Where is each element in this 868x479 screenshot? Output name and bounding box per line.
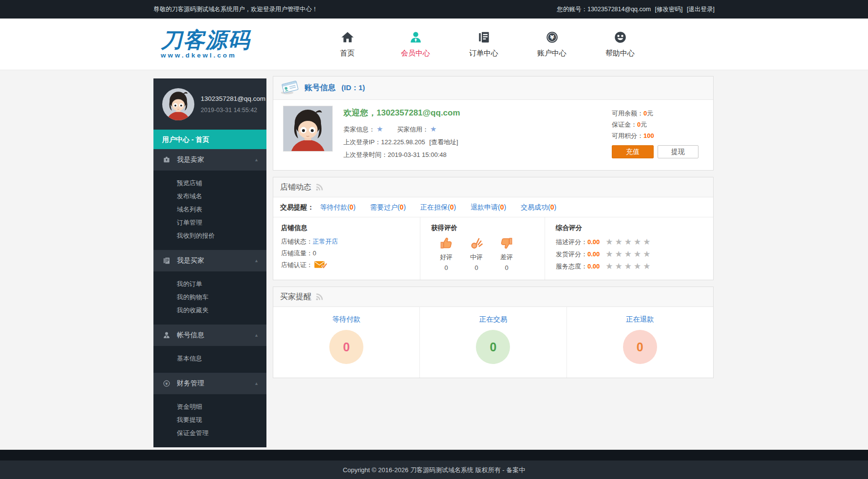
buyer-col-waiting-payment: 等待付款 0 <box>273 307 420 378</box>
buyer-col-refunding: 正在退款 0 <box>567 307 713 378</box>
logo[interactable]: 刀客源码 www.dkewl.com <box>161 29 250 59</box>
star-rating <box>605 260 652 272</box>
order-list-icon <box>450 31 518 45</box>
last-login-ip-row: 上次登录IP：122.225.98.205 [查看地址] <box>343 136 460 149</box>
rating-bad: 差评 0 <box>491 236 522 271</box>
rating-good: 好评 0 <box>431 236 461 271</box>
user-avatar <box>283 106 333 152</box>
deposit-row: 保证金：0元 <box>612 119 698 130</box>
footer-copyright: Copyright © 2016-2026 刀客源码测试域名系统 版权所有 - … <box>343 466 525 475</box>
sidebar-item-preview-shop[interactable]: 预览店铺 <box>153 176 266 190</box>
shop-status-row: 店铺状态： 正常开店 <box>281 236 420 248</box>
thumb-up-icon <box>439 245 453 252</box>
shop-activity-panel: 店铺动态 交易提醒： 等待付款0 需要过户0 正在担保0 退款申请0 交易成功0… <box>273 177 714 280</box>
sidebar-item-basic-info[interactable]: 基本信息 <box>153 352 266 365</box>
sidebar-active-item[interactable]: 用户中心 - 首页 <box>153 130 266 149</box>
sidebar-item-fund-details[interactable]: 资金明细 <box>153 400 266 413</box>
thumb-down-icon <box>499 245 514 252</box>
sidebar-item-publish-domain[interactable]: 发布域名 <box>153 190 266 203</box>
yen-coin-icon: ¥ <box>518 31 586 45</box>
star-rating <box>605 236 652 248</box>
shop-cert-row: 店铺认证： <box>281 259 420 271</box>
last-login-ip: 122.225.98.205 <box>381 138 425 146</box>
withdraw-button[interactable]: 提现 <box>658 145 698 158</box>
svg-text:¥: ¥ <box>550 34 554 41</box>
bottom-strip <box>0 450 868 460</box>
svg-text:¥: ¥ <box>166 382 168 386</box>
account-info-menu: 基本信息 <box>153 346 266 373</box>
reminder-link-waiting-payment[interactable]: 等待付款0 <box>320 203 356 211</box>
rss-icon <box>315 183 323 192</box>
reminder-link-refund-request[interactable]: 退款申请0 <box>471 203 506 211</box>
change-password-link[interactable]: [修改密码] <box>655 6 683 13</box>
refunding-link[interactable]: 正在退款 <box>626 315 654 324</box>
seller-menu: 预览店铺 发布域名 域名列表 订单管理 我收到的报价 <box>153 171 266 250</box>
home-icon <box>313 31 381 45</box>
logout-link[interactable]: [退出登录] <box>687 6 715 13</box>
points-value: 100 <box>643 132 654 139</box>
coin-icon: ¥ <box>163 380 170 387</box>
sidebar-item-deposit-management[interactable]: 保证金管理 <box>153 426 266 440</box>
trade-reminder-row: 交易提醒： 等待付款0 需要过户0 正在担保0 退款申请0 交易成功0 <box>273 197 713 217</box>
profile-email: 1302357281@qq.com <box>201 95 265 102</box>
nav-item-order-center[interactable]: 订单中心 <box>450 31 518 58</box>
shop-status-link[interactable]: 正常开店 <box>313 236 338 248</box>
ok-hand-icon <box>469 245 484 252</box>
in-trade-link[interactable]: 正在交易 <box>479 315 507 324</box>
collapse-caret-icon <box>254 381 259 386</box>
count-circle: 0 <box>329 330 363 364</box>
nav-item-home[interactable]: 首页 <box>313 31 381 58</box>
main-content: 账号信息 (ID：1) 欢迎您，1302357281@qq.com 卖家信息： … <box>273 76 714 384</box>
view-address-link[interactable]: [查看地址] <box>429 138 458 146</box>
buyer-col-in-trade: 正在交易 0 <box>420 307 566 378</box>
rss-icon <box>315 293 323 301</box>
collapse-caret-icon <box>254 258 259 263</box>
topbar-account-area: 您的账号：13023572814@qq.com [修改密码] [退出登录] <box>557 5 715 14</box>
welcome-text: 欢迎您，1302357281@qq.com <box>343 107 460 118</box>
shop-traffic-value: 0 <box>313 248 316 259</box>
sidebar-item-withdraw[interactable]: 我要提现 <box>153 413 266 426</box>
briefcase-icon <box>163 156 170 164</box>
sidebar-section-buyer[interactable]: 我是买家 <box>153 250 266 271</box>
list-icon <box>163 257 170 265</box>
reminder-link-transfer-needed[interactable]: 需要过户0 <box>370 203 406 211</box>
balance-box: 可用余额：0元 保证金：0元 可用积分：100 充值 提现 <box>612 108 698 158</box>
sidebar-section-seller[interactable]: 我是卖家 <box>153 149 266 171</box>
account-id: (ID：1) <box>341 83 365 93</box>
last-login-time: 2019-03-31 15:00:48 <box>388 151 447 158</box>
scores-col: 综合评分 描述评分： 0.00 发货评分： 0.00 服务态度： <box>545 217 713 280</box>
sidebar-section-account-info[interactable]: 帐号信息 <box>153 325 266 346</box>
sidebar-section-finance[interactable]: ¥ 财务管理 <box>153 373 266 394</box>
credit-row: 卖家信息： 买家信用： <box>343 123 460 136</box>
last-login-time-row: 上次登录时间：2019-03-31 15:00:48 <box>343 149 460 161</box>
sidebar-item-received-offers[interactable]: 我收到的报价 <box>153 229 266 242</box>
balance-row: 可用余额：0元 <box>612 108 698 119</box>
account-label: 您的账号： <box>557 6 587 13</box>
sidebar-item-order-management[interactable]: 订单管理 <box>153 216 266 229</box>
shop-traffic-row: 店铺流量： 0 <box>281 248 420 259</box>
sidebar-item-my-cart[interactable]: 我的购物车 <box>153 290 266 304</box>
recharge-button[interactable]: 充值 <box>612 145 654 158</box>
email-verified-icon <box>314 261 327 269</box>
reminder-link-in-escrow[interactable]: 正在担保0 <box>420 203 456 211</box>
collapse-caret-icon <box>254 157 259 162</box>
nav-item-member-center[interactable]: 会员中心 <box>381 31 450 58</box>
nav-item-help-center[interactable]: 帮助中心 <box>586 31 654 58</box>
shop-info-col: 店铺信息 店铺状态： 正常开店 店铺流量： 0 店铺认证： <box>273 217 420 280</box>
ratings-col: 获得评价 好评 0 <box>420 217 545 280</box>
credit-star-icon <box>430 125 436 133</box>
nav-item-account-center[interactable]: ¥ 账户中心 <box>518 31 586 58</box>
sidebar-item-domain-list[interactable]: 域名列表 <box>153 203 266 216</box>
sidebar-item-my-orders[interactable]: 我的订单 <box>153 277 266 290</box>
reminder-link-trade-success[interactable]: 交易成功0 <box>521 203 556 211</box>
footer: Copyright © 2016-2026 刀客源码测试域名系统 版权所有 - … <box>0 460 868 479</box>
topbar-welcome: 尊敬的刀客源码测试域名系统用户，欢迎登录用户管理中心！ <box>153 5 318 14</box>
points-row: 可用积分：100 <box>612 130 698 141</box>
member-icon <box>381 31 450 45</box>
waiting-payment-link[interactable]: 等待付款 <box>332 315 360 324</box>
buyer-menu: 我的订单 我的购物车 我的收藏夹 <box>153 271 266 325</box>
sidebar-item-my-favorites[interactable]: 我的收藏夹 <box>153 304 266 317</box>
user-icon <box>163 331 170 339</box>
finance-menu: 资金明细 我要提现 保证金管理 <box>153 394 266 447</box>
rating-medium: 中评 0 <box>461 236 491 271</box>
